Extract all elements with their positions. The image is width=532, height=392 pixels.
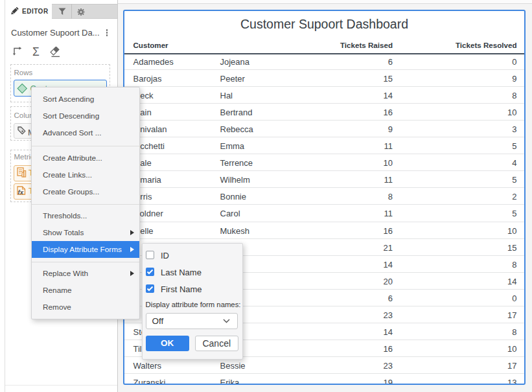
svg-text:fx: fx: [18, 189, 24, 196]
